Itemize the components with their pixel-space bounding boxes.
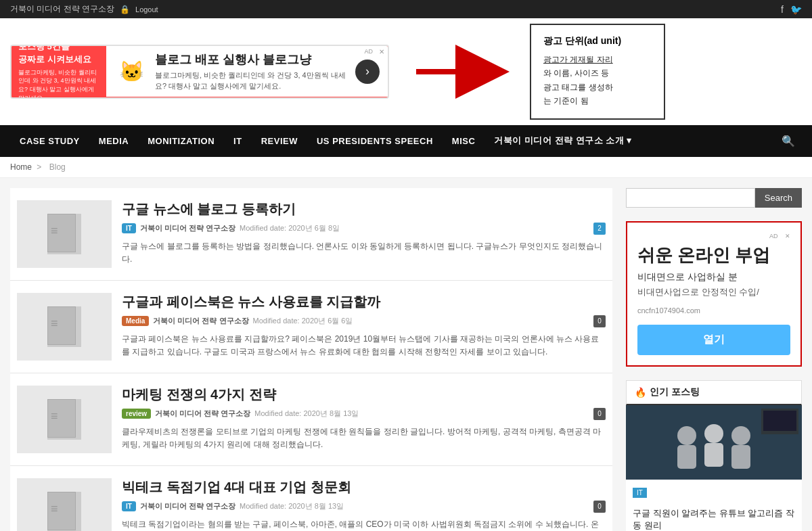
article-date: Modified date: 2020년 8월 13일 (254, 409, 359, 419)
nav-item-review[interactable]: REVIEW (252, 126, 307, 156)
article-thumbnail (17, 478, 112, 531)
sidebar-ad-close-button[interactable]: ✕ (785, 233, 790, 239)
banner-close-button[interactable]: ✕ (379, 48, 384, 55)
article-count: 2 (593, 223, 606, 235)
article-content: 구글 뉴스에 블로그 등록하기 IT 거북이 미디어 전략 연구소장 Modif… (122, 200, 606, 268)
arrow-head-right (455, 45, 510, 99)
banner-ad: 포스팅 5건을공짜로 시켜보세요 블로그마케팅, 비슷한 퀄리티인데 와 건당 … (10, 45, 389, 99)
article-item: 마케팅 전쟁의 4가지 전략 review 거북이 미디어 전략 연구소장 Mo… (10, 373, 612, 466)
banner-left-sub: 블로그마케팅, 비슷한 퀄리티인데 와 건당 3, 4만원씩 내세요? 대행사 … (18, 68, 99, 99)
svg-rect-6 (731, 445, 750, 469)
article-meta: IT 거북이 미디어 전략 연구소장 Modified date: 2020년 … (122, 501, 606, 513)
article-tag[interactable]: IT (122, 223, 136, 233)
article-count: 0 (593, 501, 606, 513)
article-title[interactable]: 마케팅 전쟁의 4가지 전략 (122, 386, 606, 404)
ad-unit-title: 광고 단위(ad unit) (543, 35, 652, 47)
popular-post-tag: IT (633, 488, 647, 498)
svg-rect-8 (763, 411, 796, 431)
top-bar: 거북이 미디어 전략 연구소장 🔒 Logout f 🐦 (0, 0, 812, 18)
popular-header-label: 인기 포스팅 (650, 386, 700, 398)
banner-left-title: 포스팅 5건을공짜로 시켜보세요 (18, 45, 99, 66)
sidebar-ad-label: AD (769, 233, 778, 239)
svg-point-3 (704, 424, 723, 443)
breadcrumb-current: Blog (49, 162, 66, 172)
top-bar-right: f 🐦 (781, 4, 802, 15)
facebook-icon[interactable]: f (781, 4, 784, 15)
nav-item-monitization[interactable]: MONITIZATION (138, 126, 224, 156)
nav-item-about[interactable]: 거북이 미디어 전략 연구소 소개 ▾ (484, 125, 641, 156)
popular-post-tag-area: IT (626, 480, 802, 502)
article-excerpt: 빅테크 독점기업이라는 혐의를 받는 구글, 페이스북, 아마존, 애플의 CE… (122, 518, 606, 531)
popular-post-title[interactable]: 구글 직원이 알려주는 유튜브 알고리즘 작동 원리 (626, 502, 802, 531)
article-title[interactable]: 구글 뉴스에 블로그 등록하기 (122, 200, 606, 218)
article-author: 거북이 미디어 전략 연구소장 (153, 316, 248, 326)
article-tag[interactable]: review (122, 409, 151, 419)
nav-item-misc[interactable]: MISC (443, 126, 485, 156)
article-date: Modified date: 2020년 8월 13일 (240, 501, 344, 511)
nav-item-presidents-speech[interactable]: US PRESIDENTS SPEECH (307, 126, 443, 156)
article-meta: Media 거북이 미디어 전략 연구소장 Modified date: 202… (122, 315, 606, 327)
fire-icon: 🔥 (635, 387, 646, 398)
banner-title: 블로그 배포 실행사 블로그냥 (155, 51, 348, 68)
red-arrow-right (416, 45, 510, 99)
article-author: 거북이 미디어 전략 연구소장 (140, 223, 235, 233)
article-item: 구글과 페이스북은 뉴스 사용료를 지급할까 Media 거북이 미디어 전략 … (10, 281, 612, 373)
site-name: 거북이 미디어 전략 연구소장 (10, 3, 114, 15)
sidebar: Search AD ✕ 쉬운 온라인 부업 비대면으로 사업하실 분 비대면사업… (626, 188, 802, 531)
nav-item-it[interactable]: IT (224, 126, 252, 156)
banner-area: 포스팅 5건을공짜로 시켜보세요 블로그마케팅, 비슷한 퀄리티인데 와 건당 … (0, 18, 812, 125)
article-author: 거북이 미디어 전략 연구소장 (140, 501, 235, 511)
article-title[interactable]: 구글과 페이스북은 뉴스 사용료를 지급할까 (122, 293, 606, 311)
article-item: 구글 뉴스에 블로그 등록하기 IT 거북이 미디어 전략 연구소장 Modif… (10, 188, 612, 281)
article-thumbnail (17, 200, 112, 268)
article-tag[interactable]: Media (122, 316, 149, 326)
thumb-doc-icon (47, 399, 81, 440)
nav-item-case-study[interactable]: CASE STUDY (10, 126, 89, 156)
article-excerpt: 클라우제비츠의 전쟁론을 모티브로 기업의 마케팅 전쟁에 대한 원칙들을 정리… (122, 425, 606, 451)
breadcrumb-separator: > (37, 162, 41, 172)
logout-icon: 🔒 (120, 5, 130, 14)
article-title[interactable]: 빅테크 독점기업 4대 대표 기업 청문회 (122, 478, 606, 497)
banner-ad-left: 포스팅 5건을공짜로 시켜보세요 블로그마케팅, 비슷한 퀄리티인데 와 건당 … (12, 45, 106, 99)
main-layout: 구글 뉴스에 블로그 등록하기 IT 거북이 미디어 전략 연구소장 Modif… (0, 178, 812, 531)
article-excerpt: 구글과 페이스북은 뉴스 사용료를 지급할까요? 페이스북은 2019년 10월… (122, 333, 606, 359)
popular-header: 🔥 인기 포스팅 (626, 380, 802, 405)
article-date: Modified date: 2020년 6월 6일 (253, 316, 353, 326)
ad-unit-desc: 광고가 게재될 자리 와 이름, 사이즈 등광고 태그를 생성하는 기준이 됨 (543, 53, 652, 108)
logout-button[interactable]: Logout (135, 5, 158, 14)
article-author: 거북이 미디어 전략 연구소장 (155, 409, 250, 419)
thumb-doc-icon (47, 214, 81, 254)
nav-search-button[interactable]: 🔍 (775, 125, 802, 157)
popular-post-thumbnail: 누구나 제2 외국어를 6개월 내에 배울 수 있다고 합니다 anybody … (626, 405, 802, 480)
popular-section: 🔥 인기 포스팅 누 (626, 380, 802, 531)
twitter-icon[interactable]: 🐦 (790, 4, 802, 15)
svg-point-5 (731, 426, 750, 445)
thumb-doc-icon (47, 306, 81, 347)
ad-label: AD (364, 48, 373, 55)
navigation: CASE STUDY MEDIA MONITIZATION IT REVIEW … (0, 125, 812, 157)
search-input[interactable] (626, 188, 755, 208)
thumb-doc-icon (47, 492, 81, 531)
breadcrumb: Home > Blog (0, 157, 812, 178)
article-tag[interactable]: IT (122, 501, 136, 511)
search-button[interactable]: Search (755, 188, 802, 208)
article-thumbnail (17, 386, 112, 453)
article-list: 구글 뉴스에 블로그 등록하기 IT 거북이 미디어 전략 연구소장 Modif… (10, 188, 612, 531)
article-content: 빅테크 독점기업 4대 대표 기업 청문회 IT 거북이 미디어 전략 연구소장… (122, 478, 606, 531)
banner-cta-button[interactable]: › (355, 60, 380, 84)
sidebar-ad-desc: 비대면사업으로 안정적인 수입/ (637, 286, 790, 298)
ad-unit-annotation-box: 광고 단위(ad unit) 광고가 게재될 자리 와 이름, 사이즈 등광고 … (530, 24, 665, 120)
search-box: Search (626, 188, 802, 208)
nav-item-media[interactable]: MEDIA (89, 126, 138, 156)
sidebar-ad-open-button[interactable]: 열기 (637, 325, 790, 355)
sidebar-ad-sub: 비대면으로 사업하실 분 (637, 271, 790, 283)
top-bar-left: 거북이 미디어 전략 연구소장 🔒 Logout (10, 3, 158, 15)
svg-rect-2 (677, 445, 696, 469)
sidebar-ad-top: AD ✕ (637, 233, 790, 239)
breadcrumb-home[interactable]: Home (10, 162, 32, 172)
article-count: 0 (593, 315, 606, 327)
article-thumbnail (17, 293, 112, 361)
banner-ad-middle: 🐱 블로그 배포 실행사 블로그냥 블로그마케팅, 비슷한 퀄리티인데 와 건당… (106, 46, 388, 97)
article-meta: review 거북이 미디어 전략 연구소장 Modified date: 20… (122, 408, 606, 420)
sidebar-ad-title: 쉬운 온라인 부업 (637, 245, 790, 266)
